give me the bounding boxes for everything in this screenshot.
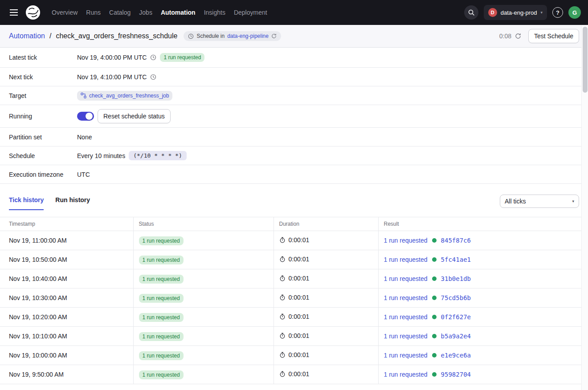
table-row: Nov 19, 10:40:00 AM 1 run requested 0:00… xyxy=(0,269,588,288)
header-right: 0:08 Test Schedule xyxy=(499,29,579,43)
detail-row-running: Running Reset schedule status xyxy=(0,105,588,128)
nav-runs[interactable]: Runs xyxy=(86,9,101,16)
column-status: Status xyxy=(133,217,274,231)
run-requested-link[interactable]: 1 run requested xyxy=(384,313,428,321)
chevron-down-icon xyxy=(572,199,574,203)
tab-run-history[interactable]: Run history xyxy=(55,196,90,210)
breadcrumb-automation-link[interactable]: Automation xyxy=(9,32,45,40)
tick-timestamp: Nov 19, 10:10:00 AM xyxy=(0,327,133,346)
tick-timestamp: Nov 19, 9:50:00 AM xyxy=(0,365,133,384)
table-row: Nov 19, 10:20:00 AM 1 run requested 0:00… xyxy=(0,308,588,327)
tick-timestamp: Nov 19, 11:00:00 AM xyxy=(0,231,133,250)
schedule-details: Latest tick Nov 19, 4:00:00 PM UTC 1 run… xyxy=(0,48,588,184)
tick-result-cell: 1 run requested b5a9a2e4 xyxy=(378,327,588,346)
menu-button[interactable] xyxy=(7,6,20,19)
run-requested-link[interactable]: 1 run requested xyxy=(384,333,428,340)
run-requested-link[interactable]: 1 run requested xyxy=(384,371,428,378)
nav-overview[interactable]: Overview xyxy=(52,9,78,16)
reload-location-icon[interactable] xyxy=(271,33,277,39)
status-badge: 1 run requested xyxy=(139,275,184,284)
tick-duration: 0:00:01 xyxy=(289,313,310,320)
nav-deployment[interactable]: Deployment xyxy=(234,9,267,16)
toggle-knob xyxy=(86,113,93,120)
run-status-dot xyxy=(432,238,437,243)
status-badge: 1 run requested xyxy=(139,351,184,360)
clock-icon xyxy=(188,33,194,39)
tick-duration-cell: 0:00:01 xyxy=(274,288,378,308)
tick-duration: 0:00:01 xyxy=(289,332,310,339)
run-id-link[interactable]: 75cd5b6b xyxy=(441,294,471,301)
run-id-link[interactable]: b5a9a2e4 xyxy=(441,333,471,340)
tick-history-table: Timestamp Status Duration Result Nov 19,… xyxy=(0,217,588,384)
run-requested-link[interactable]: 1 run requested xyxy=(384,237,428,244)
tick-timestamp: Nov 19, 10:20:00 AM xyxy=(0,308,133,327)
schedule-label: Schedule xyxy=(9,152,77,159)
pipeline-link[interactable]: data-eng-pipeline xyxy=(227,33,269,39)
run-requested-link[interactable]: 1 run requested xyxy=(384,275,428,282)
tick-duration: 0:00:01 xyxy=(289,370,310,378)
stopwatch-icon xyxy=(279,352,286,358)
help-button[interactable] xyxy=(552,7,563,18)
breadcrumb-separator: / xyxy=(49,32,51,40)
tick-duration: 0:00:01 xyxy=(289,351,310,358)
target-job-pill[interactable]: check_avg_orders_freshness_job xyxy=(77,91,172,101)
run-requested-link[interactable]: 1 run requested xyxy=(384,294,428,301)
partition-set-label: Partition set xyxy=(9,134,77,141)
detail-row-schedule: Schedule Every 10 minutes (*/10 * * * *) xyxy=(0,146,588,165)
tab-tick-history[interactable]: Tick history xyxy=(9,196,44,210)
refresh-countdown: 0:08 xyxy=(499,32,511,40)
execution-timezone-label: Execution timezone xyxy=(9,171,77,178)
tick-duration-cell: 0:00:01 xyxy=(274,308,378,327)
ticks-filter-value: All ticks xyxy=(505,198,526,205)
history-header: Tick history Run history All ticks xyxy=(0,184,588,211)
scrollbar[interactable] xyxy=(581,25,588,390)
detail-row-target: Target check_avg_orders_freshness_job xyxy=(0,86,588,105)
clock-icon xyxy=(150,74,156,80)
running-toggle[interactable] xyxy=(77,112,94,121)
schedule-context-badge: Schedule in data-eng-pipeline xyxy=(184,31,281,41)
nav-catalog[interactable]: Catalog xyxy=(109,9,131,16)
tick-duration-cell: 0:00:01 xyxy=(274,327,378,346)
run-requested-link[interactable]: 1 run requested xyxy=(384,256,428,263)
reset-schedule-status-button[interactable]: Reset schedule status xyxy=(98,109,171,123)
run-id-link[interactable]: 845f87c6 xyxy=(441,237,471,244)
tick-result-cell: 1 run requested 75cd5b6b xyxy=(378,288,588,308)
refresh-button[interactable] xyxy=(515,33,521,39)
table-row: Nov 19, 9:50:00 AM 1 run requested 0:00:… xyxy=(0,365,588,384)
latest-tick-status-badge: 1 run requested xyxy=(160,53,204,62)
run-status-dot xyxy=(432,296,437,300)
deployment-selector[interactable]: D data-eng-prod xyxy=(484,5,547,20)
nav-insights[interactable]: Insights xyxy=(204,9,225,16)
user-avatar[interactable]: G xyxy=(568,6,581,19)
detail-row-next-tick: Next tick Nov 19, 4:10:00 PM UTC xyxy=(0,68,588,86)
scrollbar-thumb[interactable] xyxy=(583,27,588,93)
run-id-link[interactable]: e1e9ce6a xyxy=(441,352,471,359)
tick-status-cell: 1 run requested xyxy=(133,288,274,308)
run-requested-link[interactable]: 1 run requested xyxy=(384,352,428,359)
test-schedule-button[interactable]: Test Schedule xyxy=(528,29,579,43)
ticks-filter-select[interactable]: All ticks xyxy=(500,195,579,208)
main-nav: Overview Runs Catalog Jobs Automation In… xyxy=(52,9,267,16)
tick-duration-cell: 0:00:01 xyxy=(274,346,378,365)
top-nav: Overview Runs Catalog Jobs Automation In… xyxy=(0,0,588,25)
run-id-link[interactable]: 31b0e1db xyxy=(441,275,471,282)
run-id-link[interactable]: 5fc41ae1 xyxy=(441,256,471,263)
tick-result-cell: 1 run requested 5fc41ae1 xyxy=(378,250,588,269)
run-id-link[interactable]: 95982704 xyxy=(441,371,471,378)
table-header-row: Timestamp Status Duration Result xyxy=(0,217,588,231)
run-id-link[interactable]: 0f2f627e xyxy=(441,313,471,321)
target-job-link[interactable]: check_avg_orders_freshness_job xyxy=(89,93,169,99)
tick-duration: 0:00:01 xyxy=(289,275,310,282)
run-status-dot xyxy=(432,257,437,262)
status-badge: 1 run requested xyxy=(139,370,184,379)
nav-automation[interactable]: Automation xyxy=(161,9,196,16)
column-result: Result xyxy=(378,217,588,231)
latest-tick-label: Latest tick xyxy=(9,54,77,61)
stopwatch-icon xyxy=(279,333,286,339)
tick-status-cell: 1 run requested xyxy=(133,346,274,365)
dagster-logo[interactable] xyxy=(25,4,41,20)
nav-jobs[interactable]: Jobs xyxy=(139,9,152,16)
clock-icon xyxy=(150,54,156,61)
search-button[interactable] xyxy=(464,5,478,20)
table-row: Nov 19, 10:10:00 AM 1 run requested 0:00… xyxy=(0,327,588,346)
